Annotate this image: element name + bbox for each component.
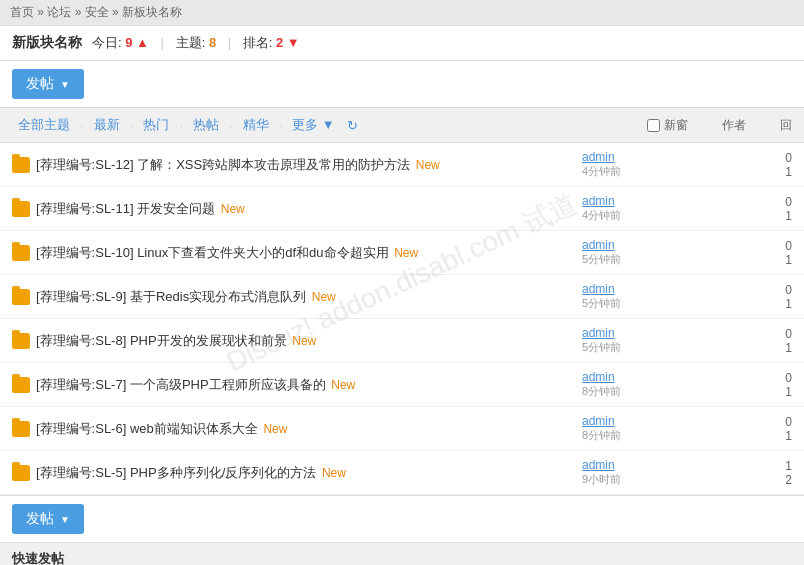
view-count: 1: [785, 165, 792, 179]
refresh-icon[interactable]: ↻: [347, 118, 358, 133]
topic-title: [荐理编号:SL-10] Linux下查看文件夹大小的df和du命令超实用: [36, 245, 389, 260]
topic-link[interactable]: [荐理编号:SL-6] web前端知识体系大全 New: [36, 420, 287, 438]
topic-link[interactable]: [荐理编号:SL-10] Linux下查看文件夹大小的df和du命令超实用 Ne…: [36, 244, 418, 262]
topics-container: [荐理编号:SL-12] 了解：XSS跨站脚本攻击原理及常用的防护方法 New …: [0, 143, 804, 495]
count-cell: 0 1: [742, 195, 792, 223]
new-badge: New: [292, 334, 316, 348]
author-name[interactable]: admin: [582, 238, 615, 252]
author-cell: admin 5分钟前: [582, 282, 742, 311]
author-name[interactable]: admin: [582, 194, 615, 208]
author-name[interactable]: admin: [582, 414, 615, 428]
author-time: 8分钟前: [582, 428, 621, 443]
author-time: 4分钟前: [582, 164, 621, 179]
sep1: |: [161, 35, 164, 50]
author-time: 4分钟前: [582, 208, 621, 223]
filter-all[interactable]: 全部主题: [12, 114, 76, 136]
filter-latest[interactable]: 最新: [88, 114, 126, 136]
quick-post-label: 快速发帖: [12, 551, 64, 565]
author-name[interactable]: admin: [582, 282, 615, 296]
breadcrumb-text: 首页 » 论坛 » 安全 » 新板块名称: [10, 5, 182, 19]
filter-more[interactable]: 更多 ▼: [286, 114, 340, 136]
down-arrow-icon: ▼: [287, 35, 300, 50]
topic-link[interactable]: [荐理编号:SL-9] 基于Redis实现分布式消息队列 New: [36, 288, 336, 306]
new-badge: New: [312, 290, 336, 304]
author-cell: admin 8分钟前: [582, 370, 742, 399]
view-count: 2: [785, 473, 792, 487]
author-cell: admin 5分钟前: [582, 238, 742, 267]
filter-popular[interactable]: 热帖: [187, 114, 225, 136]
reply-count: 0: [785, 239, 792, 253]
table-row: [荐理编号:SL-12] 了解：XSS跨站脚本攻击原理及常用的防护方法 New …: [0, 143, 804, 187]
topic-label: 主题:: [176, 35, 206, 50]
topic-cell: [荐理编号:SL-12] 了解：XSS跨站脚本攻击原理及常用的防护方法 New: [12, 156, 582, 174]
count-cell: 0 1: [742, 371, 792, 399]
post-button-bottom-label: 发帖: [26, 510, 54, 528]
author-col-label: 作者: [722, 117, 746, 134]
view-count: 1: [785, 297, 792, 311]
topic-cell: [荐理编号:SL-6] web前端知识体系大全 New: [12, 420, 582, 438]
topic-link[interactable]: [荐理编号:SL-11] 开发安全问题 New: [36, 200, 245, 218]
topic-title: [荐理编号:SL-8] PHP开发的发展现状和前景: [36, 333, 287, 348]
filter-bar: 全部主题 · 最新 · 热门 · 热帖 · 精华 · 更多 ▼ ↻ 新窗 作者 …: [0, 108, 804, 143]
folder-icon: [12, 201, 30, 217]
author-cell: admin 4分钟前: [582, 150, 742, 179]
post-button-top[interactable]: 发帖 ▼: [12, 69, 84, 99]
table-row: [荐理编号:SL-9] 基于Redis实现分布式消息队列 New admin 5…: [0, 275, 804, 319]
topic-cell: [荐理编号:SL-8] PHP开发的发展现状和前景 New: [12, 332, 582, 350]
author-name[interactable]: admin: [582, 458, 615, 472]
count-cell: 0 1: [742, 283, 792, 311]
new-badge: New: [331, 378, 355, 392]
reply-count: 0: [785, 371, 792, 385]
new-window-checkbox[interactable]: [647, 119, 660, 132]
folder-icon: [12, 289, 30, 305]
count-cell: 0 1: [742, 415, 792, 443]
view-count: 1: [785, 385, 792, 399]
folder-icon: [12, 245, 30, 261]
folder-icon: [12, 333, 30, 349]
author-cell: admin 5分钟前: [582, 326, 742, 355]
new-badge: New: [394, 246, 418, 260]
count-cell: 0 1: [742, 239, 792, 267]
folder-icon: [12, 157, 30, 173]
author-time: 5分钟前: [582, 252, 621, 267]
filter-sep3: ·: [179, 118, 183, 133]
folder-icon: [12, 421, 30, 437]
folder-icon: [12, 465, 30, 481]
new-badge: New: [263, 422, 287, 436]
author-cell: admin 9小时前: [582, 458, 742, 487]
view-count: 1: [785, 429, 792, 443]
today-label: 今日:: [92, 35, 122, 50]
topic-title: [荐理编号:SL-9] 基于Redis实现分布式消息队列: [36, 289, 306, 304]
table-row: [荐理编号:SL-10] Linux下查看文件夹大小的df和du命令超实用 Ne…: [0, 231, 804, 275]
count-cell: 0 1: [742, 327, 792, 355]
topic-link[interactable]: [荐理编号:SL-5] PHP多种序列化/反序列化的方法 New: [36, 464, 346, 482]
reply-count: 0: [785, 195, 792, 209]
topic-cell: [荐理编号:SL-11] 开发安全问题 New: [12, 200, 582, 218]
topic-link[interactable]: [荐理编号:SL-12] 了解：XSS跨站脚本攻击原理及常用的防护方法 New: [36, 156, 440, 174]
topic-title: [荐理编号:SL-11] 开发安全问题: [36, 201, 215, 216]
author-name[interactable]: admin: [582, 150, 615, 164]
post-button-bottom-arrow: ▼: [60, 514, 70, 525]
topic-cell: [荐理编号:SL-5] PHP多种序列化/反序列化的方法 New: [12, 464, 582, 482]
filter-sep4: ·: [229, 118, 233, 133]
filter-hot[interactable]: 热门: [137, 114, 175, 136]
author-time: 5分钟前: [582, 296, 621, 311]
quick-post-bar: 快速发帖: [0, 543, 804, 565]
author-time: 5分钟前: [582, 340, 621, 355]
topic-link[interactable]: [荐理编号:SL-7] 一个高级PHP工程师所应该具备的 New: [36, 376, 355, 394]
author-name[interactable]: admin: [582, 326, 615, 340]
new-badge: New: [322, 466, 346, 480]
breadcrumb: 首页 » 论坛 » 安全 » 新板块名称: [0, 0, 804, 26]
post-button-bottom[interactable]: 发帖 ▼: [12, 504, 84, 534]
count-cell: 0 1: [742, 151, 792, 179]
folder-icon: [12, 377, 30, 393]
topic-link[interactable]: [荐理编号:SL-8] PHP开发的发展现状和前景 New: [36, 332, 316, 350]
author-cell: admin 4分钟前: [582, 194, 742, 223]
author-name[interactable]: admin: [582, 370, 615, 384]
author-time: 9小时前: [582, 472, 621, 487]
filter-featured[interactable]: 精华: [237, 114, 275, 136]
view-count: 1: [785, 341, 792, 355]
rank-label: 排名:: [243, 35, 273, 50]
table-row: [荐理编号:SL-6] web前端知识体系大全 New admin 8分钟前 0…: [0, 407, 804, 451]
view-count: 1: [785, 253, 792, 267]
